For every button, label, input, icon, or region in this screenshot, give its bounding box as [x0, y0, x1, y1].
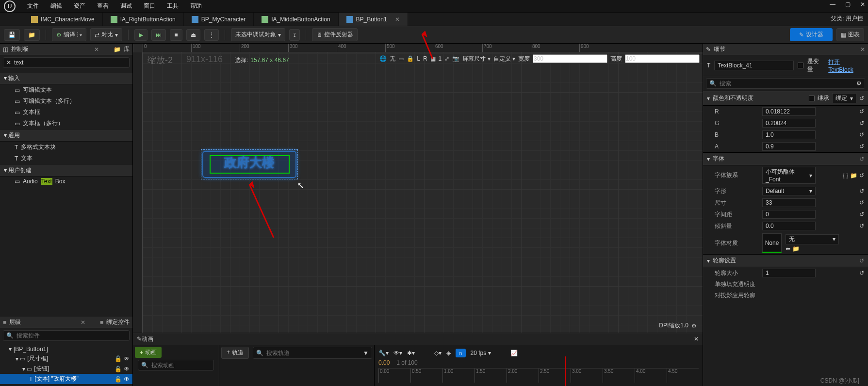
font-family-dropdown[interactable]: 小可奶酪体_Font▾: [762, 167, 816, 184]
reset-icon[interactable]: ↺: [859, 108, 864, 115]
zoom-fit-icon[interactable]: ⤢: [444, 55, 449, 62]
panel-close-icon[interactable]: ✕: [860, 46, 865, 53]
a-input[interactable]: [762, 142, 816, 151]
filter-icon[interactable]: ▼: [363, 350, 369, 356]
tab-imc[interactable]: IMC_CharacterMove: [23, 13, 103, 26]
more-button[interactable]: ⋮: [204, 29, 219, 41]
debug-target-dropdown[interactable]: 未选中调试对象 ▾: [231, 28, 285, 41]
custom-dropdown[interactable]: 自定义 ▾: [493, 55, 515, 63]
browse-button[interactable]: 📁: [24, 29, 40, 41]
menu-help[interactable]: 帮助: [185, 0, 207, 12]
font-style-dropdown[interactable]: Default▾: [762, 187, 816, 195]
font-size-input[interactable]: [762, 198, 816, 207]
palette-item[interactable]: ▭可编辑文本（多行）: [0, 96, 132, 107]
find-button[interactable]: ⟟: [289, 29, 300, 41]
outline-size-input[interactable]: [762, 269, 816, 277]
stop-button[interactable]: ■: [170, 29, 182, 41]
g-input[interactable]: [762, 119, 816, 128]
engine-logo-icon[interactable]: U: [4, 0, 16, 12]
skew-input[interactable]: [762, 222, 816, 230]
palette-item[interactable]: ▭文本框（多行）: [0, 118, 132, 129]
palette-item-user[interactable]: ▭AudioText Box: [0, 177, 132, 186]
tree-sizebox[interactable]: ▾ ▭ [尺寸框]🔓👁: [0, 354, 132, 364]
hierarchy-search-input[interactable]: [16, 332, 126, 339]
keyframe-icon[interactable]: ◇▾: [434, 350, 442, 356]
browse-to-icon[interactable]: 📁: [792, 245, 800, 252]
open-textblock-link[interactable]: 打开TextBlock: [828, 58, 864, 73]
palette-category-input[interactable]: ▾ 输入: [0, 73, 132, 84]
save-button[interactable]: 💾: [4, 29, 20, 41]
menu-file[interactable]: 文件: [22, 0, 44, 12]
tab-bp-char[interactable]: BP_MyCharacter: [184, 13, 254, 26]
keyframe-marked-icon[interactable]: ◈: [446, 350, 451, 356]
palette-item[interactable]: ▭可编辑文本: [0, 84, 132, 96]
gear-icon[interactable]: ⚙: [856, 80, 862, 87]
curve-editor-icon[interactable]: 📈: [510, 350, 518, 356]
hierarchy-search[interactable]: 🔍: [3, 330, 130, 341]
add-track-button[interactable]: + 轨道: [221, 347, 249, 359]
width-input[interactable]: [533, 54, 607, 63]
eject-button[interactable]: ⏏: [186, 29, 200, 41]
wrench-icon[interactable]: 🔧▾: [378, 350, 389, 356]
animation-search-input[interactable]: [151, 362, 224, 369]
is-variable-checkbox[interactable]: [798, 63, 803, 68]
palette-item[interactable]: ▭文本框: [0, 107, 132, 118]
toggle-outline[interactable]: ▭: [398, 55, 404, 62]
reset-icon[interactable]: ↺: [859, 172, 864, 179]
menu-asset[interactable]: 资产: [69, 0, 90, 12]
reset-icon[interactable]: ↺: [859, 95, 864, 102]
fps-dropdown[interactable]: 20 fps ▾: [471, 350, 491, 356]
palette-category-common[interactable]: ▾ 通用: [0, 130, 132, 142]
reset-icon[interactable]: ↺: [859, 199, 864, 206]
panel-close-icon[interactable]: ✕: [694, 336, 699, 342]
play-button[interactable]: ▶: [134, 29, 147, 41]
reset-icon[interactable]: ↺: [859, 211, 864, 218]
tree-button[interactable]: ▾ ▭ [按钮]🔓👁: [0, 364, 132, 374]
menu-window[interactable]: 窗口: [139, 0, 160, 12]
tab-ia-middle[interactable]: IA_MiddleButtonAction: [254, 13, 338, 26]
reset-icon[interactable]: ↺: [859, 270, 864, 276]
track-search-input[interactable]: [266, 350, 360, 356]
close-icon[interactable]: ✕: [860, 1, 865, 8]
tab-ia-right[interactable]: IA_RightButtonAction: [103, 13, 184, 26]
camera-icon[interactable]: 📷: [452, 55, 459, 62]
use-icon[interactable]: ⬚: [843, 172, 848, 179]
reset-icon[interactable]: ↺: [859, 120, 864, 127]
palette-search[interactable]: ✕: [3, 57, 130, 68]
section-font[interactable]: ▾ 字体↺: [703, 152, 868, 165]
reset-icon[interactable]: ↺: [859, 223, 864, 229]
panel-close-icon[interactable]: ✕: [94, 46, 99, 53]
height-input[interactable]: [625, 54, 700, 63]
lock-icon[interactable]: 🔓: [115, 355, 122, 362]
compile-button[interactable]: ⚙编译 ⦙ ▾: [52, 28, 86, 41]
bind-dropdown[interactable]: 绑定▾: [832, 93, 856, 103]
details-search[interactable]: 🔍⚙: [706, 78, 865, 89]
reset-icon[interactable]: ↺: [859, 188, 864, 194]
localize-icon[interactable]: 🌐: [379, 55, 387, 62]
material-slot[interactable]: None: [762, 233, 782, 253]
step-button[interactable]: ⏭: [151, 29, 166, 41]
minimize-icon[interactable]: —: [830, 1, 835, 8]
library-title[interactable]: 库: [124, 45, 130, 53]
gear-icon[interactable]: ⚙: [691, 322, 697, 329]
palette-category-user[interactable]: ▾ 用户创建: [0, 165, 132, 177]
b-input[interactable]: [762, 130, 816, 139]
screen-size-dropdown[interactable]: 屏幕尺寸 ▾: [462, 55, 490, 63]
reset-icon[interactable]: ↺: [859, 257, 864, 264]
r-input[interactable]: [762, 107, 816, 116]
tree-root[interactable]: ▾ [BP_Button1]: [0, 345, 132, 354]
reset-icon[interactable]: ↺: [859, 143, 864, 150]
palette-item[interactable]: T多格式文本块: [0, 142, 132, 153]
eye-icon[interactable]: 👁: [124, 366, 130, 372]
tree-text-selected[interactable]: T [文本] "政府大楼"🔓👁: [0, 374, 132, 384]
designer-canvas[interactable]: 0100200300400500600700800900 缩放-2 911x-1…: [133, 44, 703, 333]
snap-button[interactable]: ∩: [456, 349, 466, 357]
graph-tab-button[interactable]: ▦图表: [836, 28, 864, 41]
reset-icon[interactable]: ↺: [859, 156, 864, 162]
palette-item[interactable]: T文本: [0, 153, 132, 164]
maximize-icon[interactable]: ▢: [845, 1, 851, 8]
menu-view[interactable]: 查看: [92, 0, 114, 12]
eye-icon[interactable]: 👁: [124, 376, 130, 383]
details-search-input[interactable]: [720, 80, 853, 87]
panel-close-icon[interactable]: ✕: [81, 319, 85, 326]
